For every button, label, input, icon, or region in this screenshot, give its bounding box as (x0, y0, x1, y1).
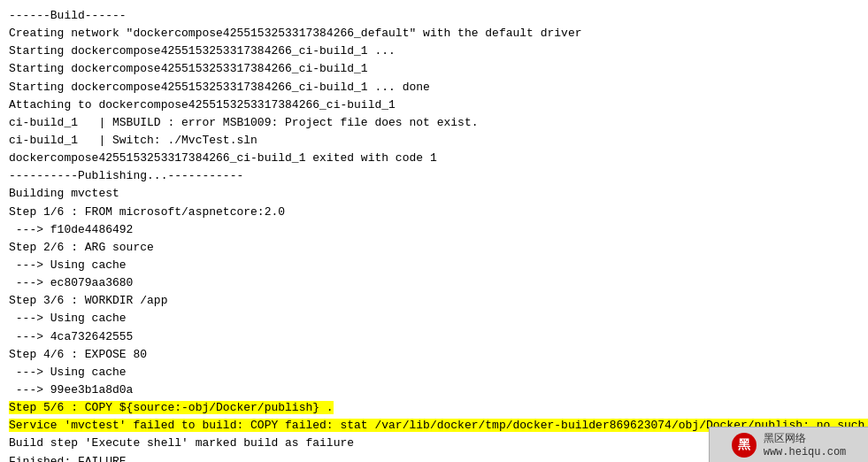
log-line: dockercompose4255153253317384266_ci-buil… (9, 150, 859, 167)
log-line: Attaching to dockercompose42551532533173… (9, 96, 859, 114)
log-line: Step 1/6 : FROM microsoft/aspnetcore:2.0 (9, 204, 859, 221)
log-line: ------Build------ (9, 7, 859, 25)
log-line: ---> 99ee3b1a8d0a (9, 381, 859, 399)
log-line: Step 4/6 : EXPOSE 80 (9, 346, 859, 364)
log-line: Starting dockercompose425515325331738426… (9, 60, 859, 78)
log-line: ---> f10de4486492 (9, 221, 859, 239)
log-line: ---> ec8079aa3680 (9, 274, 859, 292)
site-logo: 黑 (732, 433, 757, 458)
log-line: Step 2/6 : ARG source (9, 239, 859, 257)
site-url-text: www.heiqu.com (764, 446, 847, 458)
log-line: Starting dockercompose425515325331738426… (9, 42, 859, 60)
log-line: Creating network "dockercompose425515325… (9, 25, 859, 42)
footer-bar: 黑 黑区网络 www.heiqu.com (709, 427, 868, 462)
log-line: Step 3/6 : WORKDIR /app (9, 292, 859, 310)
log-line: Building mvctest (9, 185, 859, 203)
log-line: ---> Using cache (9, 364, 859, 381)
log-line: Step 5/6 : COPY ${source:-obj/Docker/pub… (9, 399, 859, 417)
log-line: ci-build_1 | MSBUILD : error MSB1009: Pr… (9, 114, 859, 132)
log-line: ---> Using cache (9, 257, 859, 274)
logo-text: 黑 (738, 437, 750, 453)
log-output: ------Build------Creating network "docke… (9, 7, 859, 462)
site-name: 黑区网络 www.heiqu.com (764, 431, 847, 458)
log-line: ---> 4ca732642555 (9, 328, 859, 346)
log-line: Starting dockercompose425515325331738426… (9, 79, 859, 96)
log-line: ----------Publishing...----------- (9, 167, 859, 185)
terminal-container: ------Build------Creating network "docke… (0, 0, 868, 462)
log-line: ci-build_1 | Switch: ./MvcTest.sln (9, 132, 859, 150)
log-line: ---> Using cache (9, 310, 859, 327)
site-name-text: 黑区网络 (764, 431, 847, 446)
